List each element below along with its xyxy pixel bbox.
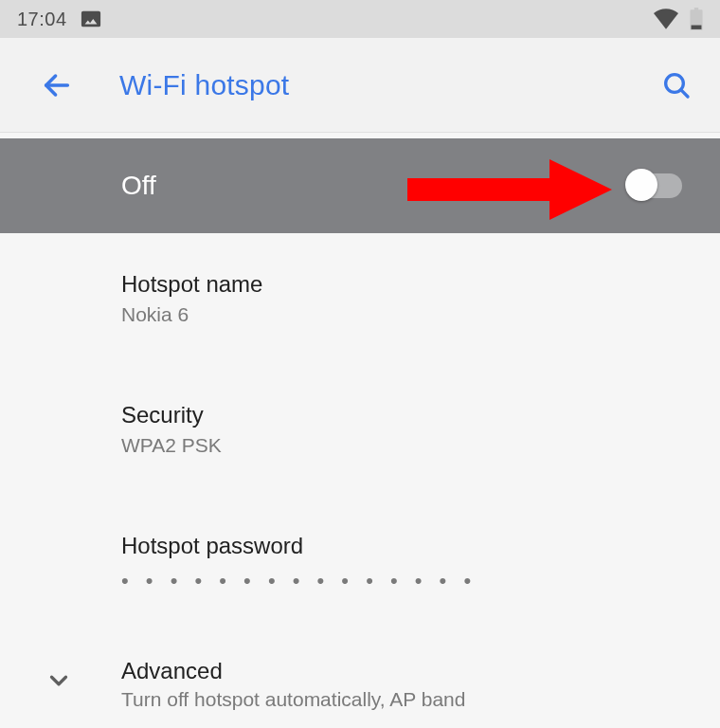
switch-thumb [625,169,657,201]
hotspot-password-item[interactable]: Hotspot password • • • • • • • • • • • •… [121,495,720,629]
status-time: 17:04 [17,9,67,30]
toggle-state-label: Off [121,171,156,201]
page-title: Wi-Fi hotspot [119,69,289,101]
status-left: 17:04 [17,9,101,30]
chevron-down-icon [40,662,78,700]
advanced-subtitle: Turn off hotspot automatically, AP band [121,688,465,711]
hotspot-password-value: • • • • • • • • • • • • • • • [121,565,682,592]
hotspot-name-value: Nokia 6 [121,303,682,326]
svg-line-3 [681,89,688,96]
wifi-icon [654,9,678,29]
status-bar: 17:04 [0,0,720,38]
advanced-text: Advanced Turn off hotspot automatically,… [121,658,465,711]
app-bar: Wi-Fi hotspot [0,38,720,133]
hotspot-master-toggle-row[interactable]: Off [0,138,720,233]
security-item[interactable]: Security WPA2 PSK [121,364,720,495]
hotspot-switch[interactable] [629,173,682,198]
image-icon [81,9,101,29]
back-arrow-icon [41,69,73,101]
hotspot-password-title: Hotspot password [121,533,682,559]
hotspot-name-item[interactable]: Hotspot name Nokia 6 [121,233,720,364]
status-right [654,8,703,30]
settings-list: Hotspot name Nokia 6 Security WPA2 PSK H… [0,233,720,728]
search-icon [661,70,692,100]
security-value: WPA2 PSK [121,434,682,457]
back-button[interactable] [32,61,81,110]
search-button[interactable] [652,61,701,110]
hotspot-name-title: Hotspot name [121,271,682,298]
advanced-item[interactable]: Advanced Turn off hotspot automatically,… [40,629,720,728]
security-title: Security [121,402,682,428]
advanced-title: Advanced [121,658,465,684]
battery-icon [690,8,703,30]
svg-rect-0 [692,26,702,29]
